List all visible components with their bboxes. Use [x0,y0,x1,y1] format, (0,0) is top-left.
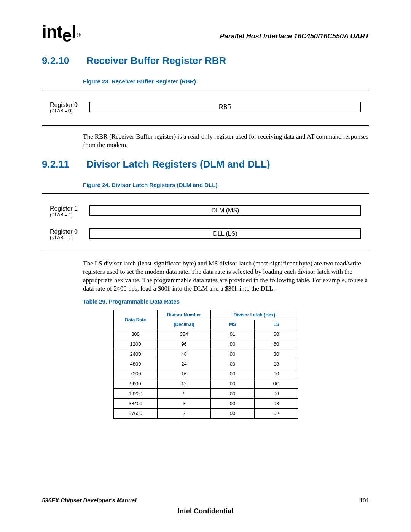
table-cell: 384 [158,329,211,339]
table-cell: 2400 [114,349,158,359]
table-cell: 2 [158,409,211,419]
table-cell: 3 [158,399,211,409]
table-caption: Table 29. Programmable Data Rates [83,298,369,305]
table-cell: 00 [211,359,255,369]
body-paragraph: The RBR (Receiver Buffer register) is a … [83,133,369,149]
table-cell: 300 [114,329,158,339]
section-heading: 9.2.11 Divisor Latch Registers (DLM and … [42,158,369,170]
table-cell: 12 [158,379,211,389]
figure-caption: Figure 24. Divisor Latch Registers (DLM … [83,182,369,188]
section-number: 9.2.11 [42,158,84,170]
col-subheader: MS [211,320,255,329]
table-cell: 00 [211,349,255,359]
col-header: Divisor Number [158,310,211,320]
confidential-mark: Intel Confidential [42,507,369,515]
table-cell: 60 [255,339,298,349]
col-subheader: LS [255,320,298,329]
table-cell: 4800 [114,359,158,369]
table-cell: 00 [211,399,255,409]
register-box: DLL (LS) [89,228,361,239]
table-cell: 00 [211,369,255,379]
table-row: 960012000C [114,379,298,389]
col-header: Data Rate [114,310,158,329]
table-cell: 06 [255,389,298,399]
col-header: Divisor Latch (Hex) [211,310,298,320]
col-subheader: (Decimal) [158,320,211,329]
table-cell: 19200 [114,389,158,399]
register-label: Register 0 (DLAB = 1) [50,228,84,241]
table-cell: 0C [255,379,298,389]
table-cell: 1200 [114,339,158,349]
table-cell: 7200 [114,369,158,379]
data-rate-table: Data Rate Divisor Number Divisor Latch (… [113,310,298,419]
body-paragraph: The LS divisor latch (least-significant … [83,259,369,293]
manual-name: 536EX Chipset Developer's Manual [42,497,137,503]
section-title: Divisor Latch Registers (DLM and DLL) [86,158,270,170]
page-header: intel® Parallel Host Interface 16C450/16… [42,23,369,40]
register-row: Register 1 (DLAB = 1) DLM (MS) [50,205,361,217]
table-cell: 96 [158,339,211,349]
table-cell: 16 [158,369,211,379]
table-row: 3840030003 [114,399,298,409]
table-cell: 10 [255,369,298,379]
table-cell: 38400 [114,399,158,409]
page-footer: 536EX Chipset Developer's Manual 101 Int… [42,497,369,515]
page-number: 101 [360,497,369,503]
table-cell: 02 [255,409,298,419]
table-cell: 6 [158,389,211,399]
register-label: Register 1 (DLAB = 1) [50,205,84,217]
table-cell: 30 [255,349,298,359]
table-body: 3003840180120096006024004800304800240018… [114,329,298,419]
figure-caption: Figure 23. Receiver Buffer Register (RBR… [83,78,369,85]
table-row: 2400480030 [114,349,298,359]
register-diagram: Register 1 (DLAB = 1) DLM (MS) Register … [42,193,369,252]
register-box: RBR [89,102,361,112]
table-row: 4800240018 [114,359,298,369]
table-cell: 24 [158,359,211,369]
table-cell: 00 [211,409,255,419]
register-label: Register 0 (DLAB = 0) [50,102,84,114]
register-box: DLM (MS) [89,205,361,216]
table-cell: 18 [255,359,298,369]
table-row: 1200960060 [114,339,298,349]
table-cell: 01 [211,329,255,339]
table-cell: 9600 [114,379,158,389]
register-row: Register 0 (DLAB = 0) RBR [50,102,361,114]
table-row: 1920060006 [114,389,298,399]
register-diagram: Register 0 (DLAB = 0) RBR [42,90,369,126]
section-number: 9.2.10 [42,55,84,67]
table-row: 5760020002 [114,409,298,419]
table-cell: 00 [211,389,255,399]
table-cell: 03 [255,399,298,409]
table-cell: 57600 [114,409,158,419]
table-cell: 00 [211,339,255,349]
section-heading: 9.2.10 Receiver Buffer Register RBR [42,55,369,67]
intel-logo: intel® [42,23,80,40]
section-title: Receiver Buffer Register RBR [86,55,226,66]
register-row: Register 0 (DLAB = 1) DLL (LS) [50,228,361,241]
table-row: 7200160010 [114,369,298,379]
table-row: 3003840180 [114,329,298,339]
table-cell: 48 [158,349,211,359]
table-cell: 80 [255,329,298,339]
doc-title: Parallel Host Interface 16C450/16C550A U… [220,32,369,40]
table-cell: 00 [211,379,255,389]
